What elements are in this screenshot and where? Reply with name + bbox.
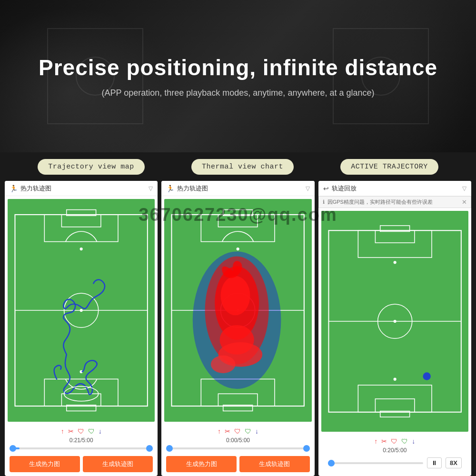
trajectory-knob-left[interactable] [10,445,16,452]
svg-point-36 [211,356,236,373]
shield-icon[interactable]: 🛡 [78,427,84,435]
down-arrow-icon[interactable]: ↓ [99,427,102,435]
thermal-up-arrow[interactable]: ↑ [218,427,221,435]
svg-point-33 [221,276,250,315]
active-icon: ↩ [323,185,329,192]
thermal-progress-track[interactable] [166,447,309,449]
generate-heatmap-btn-2[interactable]: 生成热力图 [166,456,237,472]
gps-notice-close[interactable]: ✕ [462,198,467,206]
thermal-field [164,199,311,422]
up-arrow-icon[interactable]: ↑ [61,427,64,435]
thermal-knob-right[interactable] [303,445,310,452]
thermal-shield-icon[interactable]: 🛡 [234,427,241,435]
panel-trajectory-header: 🏃 热力轨迹图 ▽ [5,181,158,196]
svg-point-25 [237,248,239,250]
active-field [321,211,468,432]
thermal-cut-icon[interactable]: ✂ [225,427,230,435]
pause-button[interactable]: ⏸ [427,457,442,468]
panel-thermal-arrow: ▽ [306,185,310,192]
trajectory-knob-right[interactable] [146,445,153,452]
trajectory-time: 0:21/5:00 [10,437,153,444]
svg-point-41 [393,320,396,323]
thermal-knob-left[interactable] [166,445,173,452]
hero-subtitle: (APP operation, three playback modes, an… [102,88,375,98]
active-up-arrow[interactable]: ↑ [374,437,377,445]
label-active-trajectory: ACTIVE TRAJECTORY [340,159,438,175]
trajectory-field [8,199,155,422]
active-knob-left[interactable] [328,460,335,466]
svg-point-11 [80,248,83,250]
thermal-down-arrow[interactable]: ↓ [255,427,258,435]
generate-trajectory-btn-2[interactable]: 生成轨迹图 [239,456,310,472]
label-trajectory-view-map: Trajectory view map [38,159,145,175]
gps-notice-text: 因GPS精度问题，实时路径可能会有些许误差 [327,198,433,206]
active-controls: ↑ ✂ 🛡 🛡 ↓ 0:20/5:00 ⏸ 8X [318,435,471,472]
panel-active-header: ↩ 轨迹回放 ▽ [318,181,471,196]
generate-heatmap-btn-1[interactable]: 生成热力图 [10,456,80,472]
trajectory-progress-track[interactable] [10,447,153,449]
labels-row: Trajectory view map Thermal view chart A… [0,152,476,181]
panel-trajectory-title: 热力轨迹图 [20,184,149,193]
panel-thermal-header: 🏃 热力轨迹图 ▽ [161,181,314,196]
thermal-buttons: 生成热力图 生成轨迹图 [161,453,314,476]
active-time: 0:20/5:00 [323,447,466,454]
trajectory-buttons: 生成热力图 生成轨迹图 [5,453,158,476]
info-icon: ℹ [323,199,325,205]
trajectory-icon: 🏃 [10,185,18,192]
thermal-shield-green[interactable]: 🛡 [245,427,251,435]
panel-active-title: 轨迹回放 [332,184,462,193]
panels-row: 🏃 热力轨迹图 ▽ [0,181,476,476]
svg-point-44 [393,261,396,264]
active-progress-track[interactable] [328,462,423,464]
thermal-controls: ↑ ✂ 🛡 🛡 ↓ 0:00/5:00 [161,425,314,453]
trajectory-controls: ↑ ✂ 🛡 🛡 ↓ 0:21/5:00 [5,425,158,453]
svg-point-50 [423,372,430,380]
thermal-icon: 🏃 [166,185,174,192]
playback-controls: ⏸ 8X [323,456,466,470]
svg-point-8 [80,309,83,312]
generate-trajectory-btn-1[interactable]: 生成轨迹图 [83,456,153,472]
panel-thermal-title: 热力轨迹图 [177,184,305,193]
gps-notice: ℹ 因GPS精度问题，实时路径可能会有些许误差 ✕ [318,196,471,208]
speed-indicator[interactable]: 8X [446,457,462,468]
panel-trajectory-arrow: ▽ [149,185,153,192]
hero-title: Precise positioning, infinite distance [39,55,437,80]
shield-green-icon[interactable]: 🛡 [88,427,95,435]
active-down-arrow[interactable]: ↓ [412,437,415,445]
panel-trajectory: 🏃 热力轨迹图 ▽ [5,181,158,476]
thermal-icons: ↑ ✂ 🛡 🛡 ↓ [166,427,309,435]
active-shield-green[interactable]: 🛡 [401,437,408,445]
trajectory-icons: ↑ ✂ 🛡 🛡 ↓ [10,427,153,435]
active-icons: ↑ ✂ 🛡 🛡 ↓ [323,437,466,445]
panel-thermal: 🏃 热力轨迹图 ▽ [161,181,314,476]
active-cut-icon[interactable]: ✂ [381,437,387,445]
cut-icon[interactable]: ✂ [68,427,74,435]
thermal-time: 0:00/5:00 [166,437,309,444]
hero-section: Precise positioning, infinite distance (… [0,0,476,152]
panel-active: ↩ 轨迹回放 ▽ ℹ 因GPS精度问题，实时路径可能会有些许误差 ✕ [318,181,471,476]
svg-point-47 [393,378,396,381]
active-shield-icon[interactable]: 🛡 [391,437,397,445]
panel-active-arrow: ▽ [462,185,466,192]
label-thermal-view-chart: Thermal view chart [191,159,294,175]
